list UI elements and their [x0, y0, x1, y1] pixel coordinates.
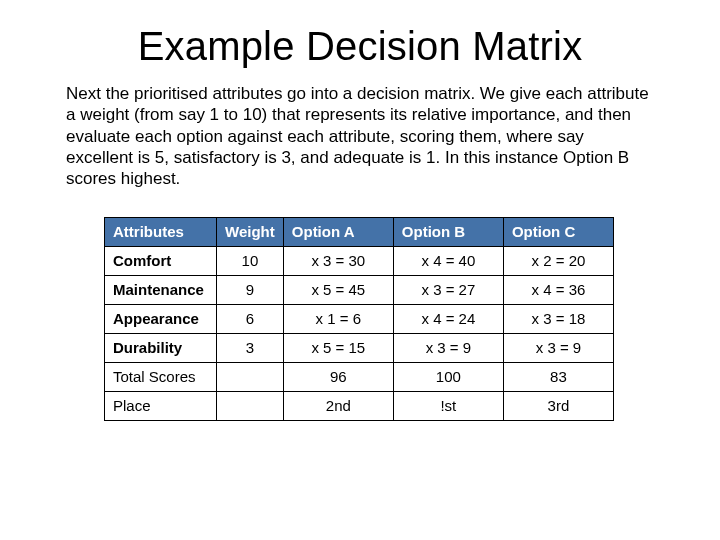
opt-a-cell: x 3 = 30 [283, 247, 393, 276]
slide-title: Example Decision Matrix [58, 24, 662, 69]
opt-b-cell: x 4 = 40 [393, 247, 503, 276]
total-b: 100 [393, 363, 503, 392]
totals-row: Total Scores 96 100 83 [105, 363, 614, 392]
table-row: Comfort 10 x 3 = 30 x 4 = 40 x 2 = 20 [105, 247, 614, 276]
attr-name: Appearance [105, 305, 217, 334]
opt-a-cell: x 5 = 45 [283, 276, 393, 305]
place-b: !st [393, 392, 503, 421]
opt-b-cell: x 3 = 9 [393, 334, 503, 363]
attr-weight: 10 [217, 247, 284, 276]
attr-name: Maintenance [105, 276, 217, 305]
opt-c-cell: x 4 = 36 [503, 276, 613, 305]
opt-c-cell: x 3 = 9 [503, 334, 613, 363]
place-a: 2nd [283, 392, 393, 421]
header-attributes: Attributes [105, 218, 217, 247]
header-option-c: Option C [503, 218, 613, 247]
opt-b-cell: x 4 = 24 [393, 305, 503, 334]
opt-c-cell: x 2 = 20 [503, 247, 613, 276]
totals-label: Total Scores [105, 363, 217, 392]
header-option-a: Option A [283, 218, 393, 247]
total-c: 83 [503, 363, 613, 392]
place-c: 3rd [503, 392, 613, 421]
totals-weight-blank [217, 363, 284, 392]
place-label: Place [105, 392, 217, 421]
table-header-row: Attributes Weight Option A Option B Opti… [105, 218, 614, 247]
attr-name: Comfort [105, 247, 217, 276]
attr-name: Durability [105, 334, 217, 363]
place-row: Place 2nd !st 3rd [105, 392, 614, 421]
table-row: Maintenance 9 x 5 = 45 x 3 = 27 x 4 = 36 [105, 276, 614, 305]
total-a: 96 [283, 363, 393, 392]
attr-weight: 9 [217, 276, 284, 305]
decision-matrix-table: Attributes Weight Option A Option B Opti… [104, 217, 614, 421]
opt-c-cell: x 3 = 18 [503, 305, 613, 334]
opt-a-cell: x 5 = 15 [283, 334, 393, 363]
table-row: Appearance 6 x 1 = 6 x 4 = 24 x 3 = 18 [105, 305, 614, 334]
opt-b-cell: x 3 = 27 [393, 276, 503, 305]
header-weight: Weight [217, 218, 284, 247]
attr-weight: 3 [217, 334, 284, 363]
table-row: Durability 3 x 5 = 15 x 3 = 9 x 3 = 9 [105, 334, 614, 363]
intro-paragraph: Next the prioritised attributes go into … [66, 83, 654, 189]
opt-a-cell: x 1 = 6 [283, 305, 393, 334]
header-option-b: Option B [393, 218, 503, 247]
place-weight-blank [217, 392, 284, 421]
attr-weight: 6 [217, 305, 284, 334]
